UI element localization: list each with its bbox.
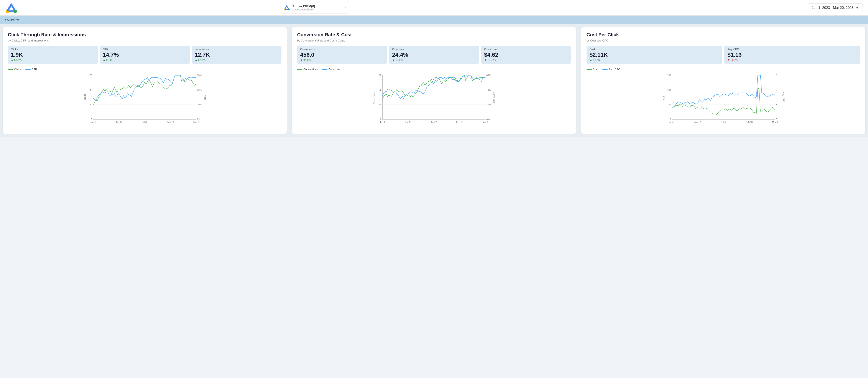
metric-label-2-1: Avg. CPC xyxy=(727,48,857,51)
svg-text:2: 2 xyxy=(776,89,777,91)
svg-text:30%: 30% xyxy=(197,74,202,77)
panel-cost-per-click: Cost Per Clickby Cost and CPCCost$2.11K▲… xyxy=(581,27,865,134)
y-left-label-1: Conversions xyxy=(373,90,376,104)
metric-value-1-0: 456.0 xyxy=(300,52,384,58)
date-range-selector[interactable]: Jan 1, 2023 - Mar 20, 2023 ▼ xyxy=(808,3,863,12)
svg-text:0: 0 xyxy=(380,118,381,121)
date-range-text: Jan 1, 2023 - Mar 20, 2023 xyxy=(812,6,854,10)
svg-point-6 xyxy=(288,9,290,10)
metric-label-1-2: Cost / conv. xyxy=(484,48,568,51)
svg-text:0%: 0% xyxy=(487,118,490,121)
y-right-label-1: Conv. rate xyxy=(493,92,496,103)
svg-text:Feb 18: Feb 18 xyxy=(746,121,752,123)
metric-label-0-0: Clicks xyxy=(11,48,95,51)
svg-text:Jan 1: Jan 1 xyxy=(669,121,675,123)
metric-card-2-0: Cost$2.11K▲ 64.7% xyxy=(587,46,722,64)
svg-text:150: 150 xyxy=(667,74,671,77)
y-left-label-2: Cost xyxy=(662,95,665,100)
legend-item-1-0: Conversions xyxy=(297,68,318,71)
svg-text:100: 100 xyxy=(667,89,671,91)
account-info: SubjectSEM(8) 1 account selected xyxy=(292,4,342,11)
legend-label-2-0: Cost xyxy=(593,68,598,71)
chart-container-2: CostAvg. CPC0501001500123Jan 1Jan 17Feb … xyxy=(587,73,860,129)
metric-change-2-0: ▲ 64.7% xyxy=(590,58,719,61)
svg-text:Feb 18: Feb 18 xyxy=(167,121,174,123)
metric-label-1-1: Conv. rate xyxy=(392,48,476,51)
logo-container xyxy=(5,2,49,14)
svg-text:0: 0 xyxy=(776,118,777,121)
panel-title-2: Cost Per Click xyxy=(587,32,860,38)
chart-container-1: ConversionsConv. rate01020300%20%40%60%J… xyxy=(297,73,571,129)
metric-card-1-0: Conversions456.0▲ 84.6% xyxy=(297,46,387,64)
chart-line-1-0 xyxy=(382,75,486,99)
metric-value-2-1: $1.13 xyxy=(727,52,857,58)
dashboard: Click Through Rate & Impressionsby Click… xyxy=(0,24,868,137)
svg-text:Mar 6: Mar 6 xyxy=(193,121,199,123)
svg-text:Jan 17: Jan 17 xyxy=(694,121,701,123)
chart-svg-1: ConversionsConv. rate01020300%20%40%60%J… xyxy=(297,73,571,129)
chart-svg-0: ClicksCTR02040600%10%20%30%Jan 1Jan 17Fe… xyxy=(8,73,281,129)
chart-line-2-0 xyxy=(672,88,775,115)
chart-container-0: ClicksCTR02040600%10%20%30%Jan 1Jan 17Fe… xyxy=(8,73,281,129)
panel-subtitle-0: by Clicks, CTR, and Impressions xyxy=(8,39,281,42)
svg-text:50: 50 xyxy=(669,104,671,106)
metric-card-2-1: Avg. CPC$1.13▼ -1.0% xyxy=(724,46,860,64)
chart-line-2-1 xyxy=(672,75,775,107)
metric-card-1-1: Conv. rate24.4%▲ 10.9% xyxy=(389,46,479,64)
panel-subtitle-1: by Conversions Rate and Cost / Conv. xyxy=(297,39,571,42)
account-sub: 1 account selected xyxy=(292,8,342,11)
account-selector[interactable]: SubjectSEM(8) 1 account selected • xyxy=(280,2,349,13)
metrics-row-0: Clicks1.9K▲ 66.5%CTR14.7%▲ 9.1%Impressio… xyxy=(8,46,281,64)
legend-label-0-1: CTR xyxy=(32,68,37,71)
legend-item-0-0: Clicks xyxy=(8,68,21,71)
legend-line-1-0 xyxy=(297,69,302,70)
svg-text:Feb 2: Feb 2 xyxy=(142,121,148,123)
svg-text:10%: 10% xyxy=(197,104,202,106)
legend-item-0-1: CTR xyxy=(25,68,37,71)
overview-label: Overview xyxy=(5,18,19,22)
metric-change-0-2: ▲ 52.6% xyxy=(195,58,279,61)
chart-line-0-1 xyxy=(93,75,196,100)
metric-change-1-0: ▲ 84.6% xyxy=(300,58,384,61)
header: SubjectSEM(8) 1 account selected • Jan 1… xyxy=(0,0,868,16)
svg-text:3: 3 xyxy=(776,74,777,77)
y-right-label-0: CTR xyxy=(204,95,206,100)
legend-label-1-1: Conv. rate xyxy=(329,68,340,71)
svg-text:20: 20 xyxy=(90,104,92,106)
chart-svg-2: CostAvg. CPC0501001500123Jan 1Jan 17Feb … xyxy=(587,73,860,129)
svg-text:20%: 20% xyxy=(197,89,202,91)
panel-title-1: Conversion Rate & Cost xyxy=(297,32,571,38)
panel-ctr-impressions: Click Through Rate & Impressionsby Click… xyxy=(3,27,287,134)
y-left-label-0: Clicks xyxy=(84,94,86,100)
metric-change-0-1: ▲ 9.1% xyxy=(103,58,187,61)
metrics-row-2: Cost$2.11K▲ 64.7%Avg. CPC$1.13▼ -1.0% xyxy=(587,46,860,64)
metric-card-1-2: Cost / conv.$4.62▼ -10.8% xyxy=(481,46,571,64)
svg-text:40%: 40% xyxy=(487,89,491,91)
y-right-label-2: Avg. CPC xyxy=(782,92,785,103)
chart-legend-0: ClicksCTR xyxy=(8,68,281,71)
legend-item-1-1: Conv. rate xyxy=(322,68,340,71)
svg-text:10: 10 xyxy=(379,104,382,106)
svg-text:0: 0 xyxy=(91,118,92,121)
overview-banner: Overview xyxy=(0,16,868,24)
account-arrow-icon: • xyxy=(345,6,346,9)
svg-text:Mar 6: Mar 6 xyxy=(483,121,488,123)
panel-subtitle-2: by Cost and CPC xyxy=(587,39,860,42)
legend-label-2-1: Avg. CPC xyxy=(609,68,620,71)
svg-text:Feb 2: Feb 2 xyxy=(431,121,437,123)
account-name: SubjectSEM(8) xyxy=(292,4,342,8)
legend-line-2-1 xyxy=(602,69,608,70)
metric-card-0-0: Clicks1.9K▲ 66.5% xyxy=(8,46,98,64)
metric-value-2-0: $2.11K xyxy=(590,52,719,58)
svg-text:0%: 0% xyxy=(197,118,200,121)
metric-change-1-2: ▼ -10.8% xyxy=(484,58,568,61)
metrics-row-1: Conversions456.0▲ 84.6%Conv. rate24.4%▲ … xyxy=(297,46,571,64)
legend-line-0-1 xyxy=(25,69,31,70)
metric-card-0-2: Impressions12.7K▲ 52.6% xyxy=(192,46,282,64)
svg-text:Jan 1: Jan 1 xyxy=(91,121,96,123)
metric-change-2-1: ▼ -1.0% xyxy=(727,58,857,61)
svg-text:40: 40 xyxy=(90,89,92,91)
chart-legend-2: CostAvg. CPC xyxy=(587,68,860,71)
svg-text:Feb 2: Feb 2 xyxy=(720,121,726,123)
svg-text:20%: 20% xyxy=(487,104,491,106)
